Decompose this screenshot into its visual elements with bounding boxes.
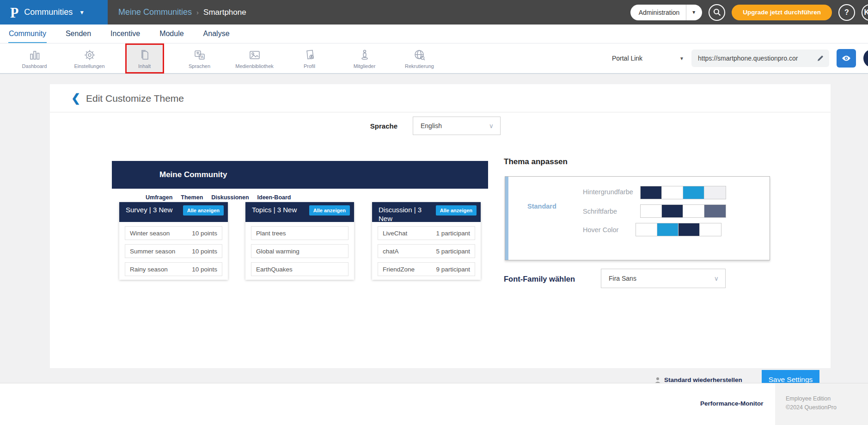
list-item[interactable]: Summer season10 points	[125, 244, 222, 258]
breadcrumb-current: Smartphone	[203, 8, 246, 17]
breadcrumb: Meine Communities › Smartphone	[118, 0, 246, 25]
color-swatch[interactable]	[662, 205, 683, 217]
color-swatch[interactable]	[704, 186, 726, 199]
restore-default-button[interactable]: Standard wiederherstellen	[654, 376, 742, 383]
survey-card-header: Survey | 3 New Alle anzeigen	[119, 202, 228, 222]
preview-nav-ideen-board[interactable]: Ideen-Board	[257, 194, 291, 201]
survey-show-all-button[interactable]: Alle anzeigen	[183, 205, 224, 216]
color-swatch[interactable]	[641, 186, 662, 199]
hover-color-swatches[interactable]	[636, 223, 721, 236]
font-family-select[interactable]: Fira Sans ∨	[601, 269, 726, 288]
chevron-down-icon: ▼	[79, 9, 85, 16]
breadcrumb-parent[interactable]: Meine Communities	[118, 7, 192, 17]
list-item[interactable]: Plant trees	[251, 226, 348, 240]
avatar[interactable]: KM	[862, 4, 868, 21]
card-title-row: ❮ Edit Customize Theme	[50, 84, 831, 112]
customize-theme-card: ❮ Edit Customize Theme Sprache English ∨…	[50, 84, 831, 368]
preview-nav-diskussionen[interactable]: Diskussionen	[211, 194, 249, 201]
edit-pencil-icon[interactable]	[816, 54, 825, 62]
preview-portal-button[interactable]	[837, 49, 856, 68]
portal-url-field[interactable]: https://smartphone.questionpro.cor	[691, 49, 829, 67]
edition-label: Employee Edition	[786, 394, 868, 403]
administration-dropdown[interactable]: Administration ▼	[630, 5, 703, 20]
back-arrow-icon[interactable]: ❮	[71, 92, 80, 105]
product-switcher[interactable]: P Communities ▼	[0, 0, 108, 25]
list-item[interactable]: EarthQuakes	[251, 262, 348, 276]
font-color-swatches[interactable]	[640, 204, 726, 218]
profile-card-icon	[303, 48, 317, 62]
list-item[interactable]: LiveChat1 participant	[378, 226, 475, 240]
list-item[interactable]: Winter season10 points	[125, 226, 222, 240]
help-button[interactable]: ?	[838, 4, 855, 21]
translate-icon: A	[193, 48, 207, 62]
color-swatch[interactable]	[636, 223, 657, 236]
color-swatch[interactable]	[704, 205, 726, 217]
color-swatch[interactable]	[657, 223, 679, 236]
app-header: P Communities ▼ Meine Communities › Smar…	[0, 0, 868, 25]
discussion-card-header: Discussion | 3 New Alle anzeigen	[372, 202, 481, 222]
tab-incentive[interactable]: Incentive	[110, 30, 141, 43]
toolbar-item-inhalt[interactable]: Inhalt	[126, 44, 163, 73]
toolbar-item-medienbibliothek[interactable]: Medienbibliothek	[227, 43, 282, 73]
upgrade-button[interactable]: Upgrade jetzt durchführen	[732, 5, 832, 20]
footer: Performance-Monitor Employee Edition ©20…	[0, 383, 868, 425]
topics-card: Topics | 3 New Alle anzeigen Plant trees…	[245, 202, 354, 280]
administration-label: Administration	[630, 9, 686, 16]
community-toolbar: Dashboard Einstellungen Inhalt	[0, 43, 868, 74]
person-icon	[358, 48, 372, 62]
portal-link-dropdown[interactable]: Portal Link	[612, 55, 642, 62]
color-swatch[interactable]	[662, 186, 683, 199]
color-swatch[interactable]	[641, 205, 662, 217]
page-title: Edit Customize Theme	[86, 93, 184, 104]
list-item[interactable]: Global warming	[251, 244, 348, 258]
color-swatch[interactable]	[683, 186, 704, 199]
preview-nav-themen[interactable]: Themen	[181, 194, 203, 201]
list-item[interactable]: FriendZone9 participant	[378, 262, 475, 276]
community-title: Meine Community	[159, 170, 227, 179]
tab-analyse[interactable]: Analyse	[203, 30, 230, 43]
tab-module[interactable]: Module	[159, 30, 184, 43]
toolbar-item-einstellungen[interactable]: Einstellungen	[62, 43, 117, 73]
portal-url-value: https://smartphone.questionpro.cor	[698, 55, 813, 62]
pages-icon	[138, 48, 152, 62]
color-swatch[interactable]	[679, 223, 700, 236]
edition-box: Employee Edition ©2024 QuestionPro	[775, 383, 868, 425]
toolbar-item-profil[interactable]: Profil	[282, 43, 337, 73]
globe-icon	[413, 48, 427, 62]
performance-monitor-link[interactable]: Performance-Monitor	[700, 400, 764, 407]
language-select[interactable]: English ∨	[413, 117, 501, 135]
preview-nav-umfragen[interactable]: Umfragen	[146, 194, 172, 201]
toolbar-item-mitglieder[interactable]: Mitglieder	[337, 43, 392, 73]
list-item[interactable]: chatA5 participant	[378, 244, 475, 258]
search-button[interactable]	[709, 4, 725, 21]
bar-chart-icon	[28, 48, 42, 62]
toolbar-item-sprachen[interactable]: A Sprachen	[172, 43, 227, 73]
discussion-show-all-button[interactable]: Alle anzeigen	[436, 205, 477, 216]
preset-standard[interactable]: Standard	[527, 203, 556, 210]
font-family-label: Font-Family wählen	[504, 275, 575, 283]
breadcrumb-separator: ›	[196, 8, 199, 16]
preview-community-header: Meine Community	[112, 161, 488, 189]
share-button[interactable]	[863, 49, 868, 68]
topics-show-all-button[interactable]: Alle anzeigen	[309, 205, 350, 216]
discussion-card: Discussion | 3 New Alle anzeigen LiveCha…	[372, 202, 481, 280]
gear-icon	[83, 48, 97, 62]
tab-senden[interactable]: Senden	[65, 30, 92, 43]
background-color-swatches[interactable]	[640, 186, 726, 199]
theme-panel: Standard Hintergrundfarbe Schriftfarbe H…	[505, 176, 770, 260]
chevron-down-icon: ∨	[489, 122, 494, 129]
toolbar-item-dashboard[interactable]: Dashboard	[7, 43, 62, 73]
eye-icon	[842, 55, 851, 62]
survey-card: Survey | 3 New Alle anzeigen Winter seas…	[119, 202, 228, 280]
panel-accent-stripe	[505, 177, 508, 260]
questionpro-logo-icon: P	[10, 5, 18, 20]
toolbar-item-rekrutierung[interactable]: Rekrutierung	[392, 43, 447, 73]
tab-community[interactable]: Community	[8, 30, 47, 43]
search-icon	[713, 8, 721, 16]
list-item[interactable]: Rainy season10 points	[125, 262, 222, 276]
background-color-label: Hintergrundfarbe	[583, 188, 633, 196]
color-swatch[interactable]	[683, 205, 704, 217]
color-swatch[interactable]	[700, 223, 721, 236]
person-icon	[654, 377, 661, 383]
chevron-down-icon[interactable]: ▼	[679, 56, 684, 61]
